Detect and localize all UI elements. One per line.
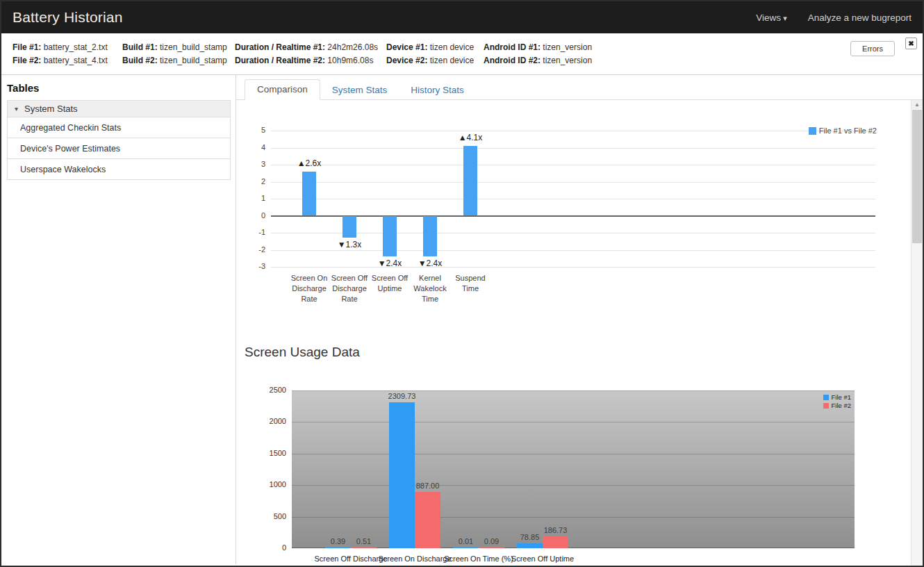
bar-annotation: ▼2.4x bbox=[408, 258, 452, 268]
sidebar-list: Aggregated Checkin StatsDevice's Power E… bbox=[8, 117, 230, 179]
bar-value-label: 186.73 bbox=[535, 526, 577, 534]
analyze-new-bugreport-link[interactable]: Analyze a new bugreport bbox=[808, 13, 911, 23]
sidebar-item-aggregated-checkin-stats[interactable]: Aggregated Checkin Stats bbox=[8, 117, 230, 138]
main-panel: ComparisonSystem StatsHistory Stats ▲2.6… bbox=[236, 75, 923, 564]
legend-swatch-icon bbox=[823, 403, 829, 409]
scrollbar-thumb[interactable] bbox=[912, 110, 922, 243]
grid-line bbox=[271, 182, 875, 183]
views-menu[interactable]: Views▾ bbox=[756, 13, 786, 23]
y-axis-tick-label: 500 bbox=[245, 512, 286, 520]
legend-swatch-icon bbox=[823, 395, 829, 400]
chart-legend: File #1 vs File #2 bbox=[809, 126, 877, 135]
comparison-chart: ▲2.6x▼1.3x▼2.4x▼2.4x▲4.1x543210-1-2-3Scr… bbox=[243, 124, 877, 324]
bar-file-2-screen-off-discharge-rate[interactable] bbox=[351, 548, 377, 548]
grid-line bbox=[271, 250, 875, 251]
x-axis-label: Screen Off Uptime bbox=[368, 273, 411, 294]
grid-line bbox=[292, 391, 855, 391]
y-axis-tick-label: 3 bbox=[243, 160, 265, 168]
scroll-up-arrow-icon[interactable]: ▲ bbox=[911, 100, 923, 109]
bar-value-label: 0.51 bbox=[343, 537, 385, 545]
content-area: Tables ▾ System Stats Aggregated Checkin… bbox=[1, 75, 923, 564]
screen-usage-chart: 0.390.512309.73887.000.010.0978.85186.73… bbox=[245, 386, 855, 564]
legend-label: File #2 bbox=[831, 402, 851, 410]
legend-label: File #1 bbox=[831, 393, 851, 402]
battery-historian-app: Battery Historian Views▾ Analyze a new b… bbox=[0, 0, 924, 567]
file-info-bar: File #1: battery_stat_2.txtBuild #1: tiz… bbox=[1, 33, 923, 75]
chart-legend: File #1File #2 bbox=[823, 393, 851, 410]
grid-line bbox=[271, 199, 875, 199]
legend-item: File #1 bbox=[823, 393, 851, 402]
sidebar-item-userspace-wakelocks[interactable]: Userspace Wakelocks bbox=[8, 158, 230, 179]
info-android-id-2: Android ID #2: tizen_version bbox=[484, 55, 911, 66]
grid-line bbox=[271, 165, 875, 165]
bar-screen-off-uptime[interactable] bbox=[383, 216, 397, 257]
info-android-id-1: Android ID #1: tizen_version bbox=[484, 42, 911, 53]
y-axis-tick-label: -3 bbox=[243, 262, 265, 270]
errors-button[interactable]: Errors bbox=[850, 41, 895, 56]
sidebar-title: Tables bbox=[7, 82, 231, 94]
bar-value-label: 0.09 bbox=[471, 537, 513, 545]
info-duration-realtime-2: Duration / Realtime #2: 10h9m6.08s bbox=[235, 55, 386, 66]
y-axis-tick-label: -2 bbox=[243, 245, 265, 254]
grid-line bbox=[292, 422, 855, 422]
info-device-1: Device #1: tizen device bbox=[386, 42, 484, 53]
grid-line bbox=[271, 148, 875, 149]
tab-comparison[interactable]: Comparison bbox=[245, 79, 320, 100]
bar-file-1-screen-on-time[interactable] bbox=[453, 548, 479, 548]
bar-file-1-screen-off-uptime[interactable] bbox=[517, 543, 543, 548]
y-axis-tick-label: 4 bbox=[243, 143, 265, 151]
legend-item: File #2 bbox=[823, 402, 851, 410]
info-build-1: Build #1: tizen_build_stamp bbox=[122, 42, 235, 53]
tab-history-stats[interactable]: History Stats bbox=[399, 81, 476, 100]
bar-file-2-screen-on-time[interactable] bbox=[479, 548, 504, 548]
bar-screen-off-discharge-rate[interactable] bbox=[343, 216, 356, 238]
y-axis-tick-label: 2500 bbox=[245, 386, 286, 394]
close-icon[interactable]: ✖ bbox=[905, 38, 917, 49]
bar-file-1-screen-off-discharge-rate[interactable] bbox=[325, 548, 351, 548]
sidebar-item-system-stats[interactable]: ▾ System Stats bbox=[8, 101, 230, 117]
y-axis-tick-label: 1500 bbox=[245, 449, 286, 457]
y-axis-tick-label: 0 bbox=[245, 543, 286, 552]
top-header: Battery Historian Views▾ Analyze a new b… bbox=[1, 1, 923, 33]
x-axis-label: Kernel Wakelock Time bbox=[409, 273, 452, 304]
bar-kernel-wakelock-time[interactable] bbox=[423, 216, 437, 257]
grid-line bbox=[271, 267, 875, 268]
screen-usage-plot: 0.390.512309.73887.000.010.0978.85186.73… bbox=[292, 391, 855, 548]
grid-line bbox=[292, 485, 855, 486]
grid-line bbox=[292, 517, 855, 518]
bar-file-2-screen-off-uptime[interactable] bbox=[543, 536, 568, 548]
info-device-2: Device #2: tizen device bbox=[386, 55, 484, 66]
x-axis-label: Screen Off Uptime (%) bbox=[504, 554, 581, 564]
y-axis-tick-label: 0 bbox=[243, 211, 265, 220]
y-axis-tick-label: 5 bbox=[243, 126, 265, 134]
bar-annotation: ▼2.4x bbox=[368, 258, 412, 268]
y-axis-tick-label: -1 bbox=[243, 228, 265, 236]
section-title: Screen Usage Data bbox=[245, 345, 923, 360]
y-axis-tick-label: 1000 bbox=[245, 480, 286, 488]
bar-annotation: ▼1.3x bbox=[327, 240, 372, 249]
app-title: Battery Historian bbox=[13, 9, 123, 26]
system-stats-accordion: ▾ System Stats Aggregated Checkin StatsD… bbox=[7, 100, 231, 180]
legend-label: File #1 vs File #2 bbox=[819, 126, 877, 135]
sidebar-item-device-s-power-estimates[interactable]: Device's Power Estimates bbox=[8, 138, 230, 158]
accordion-header-label: System Stats bbox=[24, 104, 78, 114]
bar-file-1-screen-on-discharge-rate[interactable] bbox=[389, 402, 415, 548]
bar-file-2-screen-on-discharge-rate[interactable] bbox=[415, 492, 440, 548]
info-file-2: File #2: battery_stat_4.txt bbox=[13, 55, 122, 66]
grid-line bbox=[271, 131, 875, 131]
info-grid: File #1: battery_stat_2.txtBuild #1: tiz… bbox=[13, 42, 911, 66]
bar-value-label: 887.00 bbox=[407, 482, 449, 490]
info-file-1: File #1: battery_stat_2.txt bbox=[13, 42, 122, 53]
bar-suspend-time[interactable] bbox=[463, 146, 477, 215]
bar-value-label: 2309.73 bbox=[381, 392, 423, 400]
y-axis-tick-label: 2 bbox=[243, 177, 265, 186]
vertical-scrollbar[interactable]: ▲ bbox=[911, 100, 923, 566]
legend-item: File #1 vs File #2 bbox=[809, 126, 877, 135]
y-axis-tick-label: 1 bbox=[243, 194, 265, 202]
caret-down-icon: ▾ bbox=[783, 14, 787, 22]
bar-annotation: ▲2.6x bbox=[287, 158, 331, 168]
comparison-plot: ▲2.6x▼1.3x▼2.4x▼2.4x▲4.1x bbox=[271, 131, 875, 267]
tab-system-stats[interactable]: System Stats bbox=[320, 81, 399, 100]
bar-screen-on-discharge-rate[interactable] bbox=[302, 172, 316, 216]
x-axis-label: Screen Off Discharge Rate bbox=[328, 273, 371, 304]
